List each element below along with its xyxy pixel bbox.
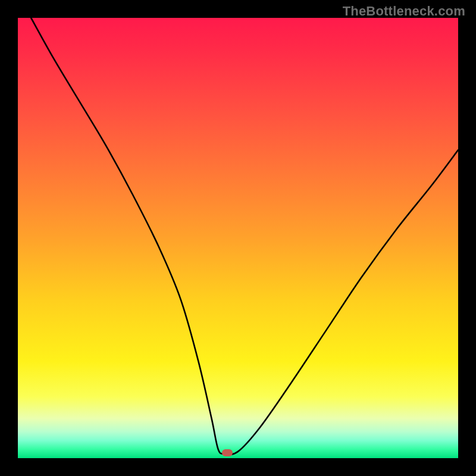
watermark-text: TheBottleneck.com — [343, 4, 465, 19]
plot-area — [18, 18, 458, 458]
chart-frame: TheBottleneck.com — [0, 0, 476, 476]
optimal-marker — [222, 449, 233, 456]
bottleneck-curve — [18, 18, 458, 458]
